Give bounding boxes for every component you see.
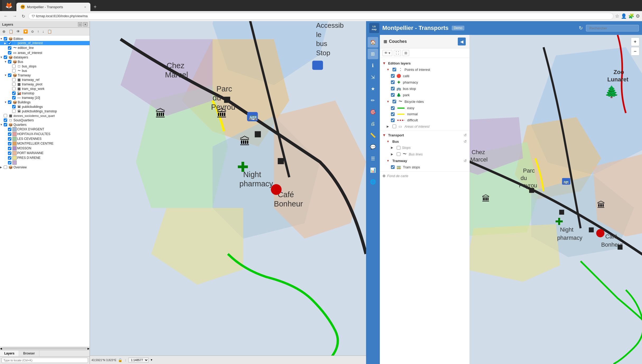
tab-layers[interactable]: Layers [0, 351, 19, 356]
layer-cb-tramway-pivot[interactable] [12, 82, 16, 86]
filter-layers-button[interactable]: 👁 [16, 29, 21, 34]
lizmap-refresh-icon[interactable]: ↻ [579, 25, 583, 31]
layer-cb-unknown[interactable] [8, 161, 11, 164]
new-tab-button[interactable]: + [91, 3, 99, 11]
layer-item-croix[interactable]: CROIX D'ARGENT [0, 127, 90, 132]
liz-tool-toc[interactable]: ☰ [368, 153, 378, 164]
layer-cb-aoi[interactable] [8, 51, 11, 54]
liz-cb-poi[interactable] [392, 68, 396, 71]
tab-browser[interactable]: Browser [19, 351, 39, 356]
qgis-close-button[interactable]: × [83, 22, 87, 26]
liz-tool-navigate[interactable]: ⇲ [368, 72, 378, 82]
liz-cb-aoi[interactable] [392, 125, 396, 128]
layer-cb-tram-stop-work[interactable] [12, 87, 16, 90]
liz-tool-locate[interactable]: 🎯 [368, 107, 378, 117]
layer-group-buildings[interactable]: ▼ 📦 Buildings [0, 100, 90, 104]
layer-cb-bus-stops[interactable] [12, 64, 16, 68]
back-button[interactable]: ← [2, 13, 10, 20]
liz-reload-tramway[interactable]: ↺ [464, 159, 467, 163]
liz-layer-park[interactable]: 🌲 park [380, 92, 469, 98]
liz-reload-bus[interactable]: ↺ [464, 139, 467, 144]
layer-item-tramway-10[interactable]: — tramway [10] [0, 95, 90, 100]
layer-cb-tramway-10[interactable] [12, 96, 16, 99]
layer-item-pres-darene[interactable]: PRES D'ARENE [0, 155, 90, 160]
liz-layer-pharmacy[interactable]: ✚ pharmacy [380, 79, 469, 85]
liz-cb-bus-lines[interactable] [397, 152, 400, 156]
liz-layer-bus-group[interactable]: ▼ Bus ↺ [380, 138, 469, 145]
liz-expand-tool[interactable]: ⛶ [394, 50, 401, 56]
forward-button[interactable]: → [11, 13, 19, 20]
lizmap-search-input[interactable] [586, 25, 639, 31]
liz-cb-tram-stops[interactable] [391, 165, 395, 169]
map-zoom-in[interactable]: + [631, 38, 639, 46]
liz-tool-home[interactable]: 🏠 [368, 37, 378, 48]
liz-layer-tramway-group[interactable]: ▼ Tramway ↺ [380, 158, 469, 164]
bookmark-icon[interactable]: ☆ [615, 13, 619, 19]
duplicate-button[interactable]: 📋 [47, 29, 53, 34]
layer-cb-overview[interactable] [4, 165, 7, 169]
filter-button[interactable]: 🔽 [22, 29, 29, 34]
tab-close-icon[interactable]: × [84, 5, 86, 9]
add-layer-button[interactable]: ⊕ [2, 29, 6, 34]
layer-cb-mosson[interactable] [8, 147, 11, 150]
liz-tool-chart[interactable]: 📊 [368, 165, 378, 176]
layer-item-edition-line[interactable]: 〜 edition_line [0, 45, 90, 50]
liz-layer-bus-stop[interactable]: 🚌 bus stop [380, 85, 469, 92]
layer-cb-edition[interactable] [4, 37, 7, 40]
liz-layer-aoi[interactable]: ▶ ▭ Areas of interest [380, 123, 469, 130]
liz-tool-basemap[interactable]: 🌐 [368, 177, 378, 187]
scale-select[interactable]: 1:148577 [128, 358, 149, 362]
layer-cb-bus-line[interactable] [12, 69, 16, 72]
scroll-left-button[interactable]: ◀ [0, 347, 2, 350]
liz-tool-info[interactable]: ℹ [368, 60, 378, 71]
liz-group-edition[interactable]: ▼ Edition layers [380, 60, 469, 66]
liz-group-transport[interactable]: ▼ Transport ↺ [380, 132, 469, 138]
liz-layer-cafe[interactable]: 🔴 café [380, 73, 469, 79]
layer-group-edition[interactable]: ▼ 📦 Edition [0, 36, 90, 41]
layer-item-bus-stops[interactable]: □ bus_stops [0, 64, 90, 68]
layer-item-points-of-interest[interactable]: ▶ ⁚ points_of_interest [0, 41, 90, 45]
layer-group-quartiers[interactable]: ▼ 📦 Quartiers [0, 122, 90, 127]
layer-cb-bus[interactable] [8, 60, 11, 63]
layer-group-tramway[interactable]: ▼ 📦 Tramway [0, 73, 90, 77]
locate-input[interactable] [2, 358, 88, 363]
layer-cb-cevennes[interactable] [8, 137, 11, 141]
liz-layer-basemap[interactable]: ⊕ Fond de carte [380, 173, 469, 179]
layer-item-tram-stop-work[interactable]: ▦ tram_stop_work [0, 86, 90, 91]
liz-layer-bicycle[interactable]: ▼ 〜 Bicycle rides [380, 98, 469, 105]
move-up-button[interactable]: ↑ [36, 29, 40, 34]
liz-tool-print[interactable]: 🖨 [368, 118, 378, 129]
scale-dropdown-icon[interactable]: ▼ [150, 358, 153, 361]
liz-cb-liz-bus-stop[interactable] [391, 87, 395, 90]
layer-item-donnes[interactable]: ▦ donnes_sociodemo_sous_quart [0, 113, 90, 118]
layer-item-tramway-ref[interactable]: ▦ tramway_ref [0, 77, 90, 82]
layer-group-datalayers[interactable]: ▼ 📦 datalayers [0, 55, 90, 59]
liz-layer-difficult[interactable]: difficult [380, 117, 469, 123]
menu-icon[interactable]: ⚙ [636, 13, 640, 19]
layer-cb-donnes[interactable] [4, 114, 7, 117]
liz-cb-pharmacy[interactable] [391, 80, 395, 84]
liz-tool-annotation[interactable]: 💬 [368, 142, 378, 152]
layer-item-port-marianne[interactable]: PORT MARIANNE [0, 151, 90, 155]
layer-item-tramstop[interactable]: 🚂 tramstop [0, 91, 90, 95]
layer-cb-montpellier-centre[interactable] [8, 142, 11, 145]
layer-item-areas-of-interest[interactable]: ▭ areas_of_interest [0, 50, 90, 55]
refresh-button[interactable]: ↻ [20, 13, 27, 20]
layer-group-bus[interactable]: ▼ 📦 Bus [0, 59, 90, 64]
layer-cb-tramway-ref[interactable] [12, 78, 16, 81]
layer-item-publicbuildings-tram[interactable]: 🏛 publicbuildings_tramstop [0, 109, 90, 113]
scroll-right-button[interactable]: ▶ [87, 347, 90, 350]
browser-tab-montpellier[interactable]: 🗺 Montpellier - Transports × [16, 3, 90, 11]
layer-cb-croix[interactable] [8, 128, 11, 131]
liz-layer-bus-lines[interactable]: ▶ 〜 Bus lines [380, 151, 469, 158]
liz-tool-measure[interactable]: 📏 [368, 130, 378, 141]
layer-cb-tramstop[interactable] [12, 91, 16, 95]
extensions-icon[interactable]: 🧩 [628, 13, 634, 19]
liz-reload-transport[interactable]: ↺ [464, 133, 467, 137]
liz-panel-close-button[interactable]: ◀ [458, 38, 466, 45]
move-down-button[interactable]: ↓ [41, 29, 45, 34]
liz-cb-easy[interactable] [391, 106, 395, 110]
layer-cb-buildings[interactable] [8, 100, 11, 104]
layer-item-unknown[interactable] [0, 160, 90, 165]
layer-item-hopitaux[interactable]: HOPITAUX-FACULTES [0, 132, 90, 136]
